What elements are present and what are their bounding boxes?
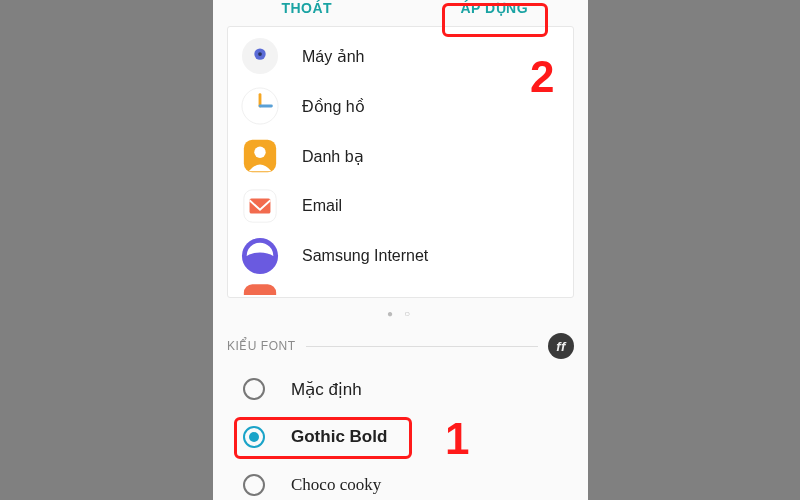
preview-row-partial: [228, 281, 573, 295]
radio-icon: [243, 474, 265, 496]
section-title: KIỂU FONT: [227, 339, 296, 353]
preview-row-camera[interactable]: Máy ảnh: [228, 31, 573, 81]
camera-icon: [240, 36, 280, 76]
app-preview-card: Máy ảnh Đồng hồ Danh bạ Email Samsung In: [227, 26, 574, 298]
preview-row-email[interactable]: Email: [228, 181, 573, 231]
font-label: Choco cooky: [291, 475, 381, 495]
preview-label: Email: [302, 197, 342, 215]
svg-point-5: [254, 147, 265, 158]
phone-screen: THOÁT ÁP DỤNG Máy ảnh Đồng hồ Danh bạ: [213, 0, 588, 500]
clock-icon: [240, 86, 280, 126]
svg-rect-7: [250, 198, 271, 213]
apply-button[interactable]: ÁP DỤNG: [401, 0, 589, 16]
preview-label: Máy ảnh: [302, 47, 364, 66]
font-label: Mặc định: [291, 379, 362, 400]
radio-icon-selected: [243, 426, 265, 448]
contacts-icon: [240, 136, 280, 176]
preview-label: Samsung Internet: [302, 247, 428, 265]
cancel-button[interactable]: THOÁT: [213, 0, 401, 16]
font-option-choco-cooky[interactable]: Choco cooky: [213, 461, 588, 500]
page-indicator: ● ○: [213, 304, 588, 327]
email-icon: [240, 186, 280, 226]
svg-point-2: [258, 52, 262, 56]
font-option-gothic-bold[interactable]: Gothic Bold: [213, 413, 588, 461]
section-header-font: KIỂU FONT ff: [213, 327, 588, 363]
preview-row-contacts[interactable]: Danh bạ: [228, 131, 573, 181]
font-option-default[interactable]: Mặc định: [213, 365, 588, 413]
font-list: Mặc định Gothic Bold Choco cooky: [213, 363, 588, 500]
font-flip-icon[interactable]: ff: [548, 333, 574, 359]
divider: [306, 346, 539, 347]
internet-icon: [240, 236, 280, 276]
radio-icon: [243, 378, 265, 400]
font-label: Gothic Bold: [291, 427, 387, 447]
preview-row-internet[interactable]: Samsung Internet: [228, 231, 573, 281]
preview-row-clock[interactable]: Đồng hồ: [228, 81, 573, 131]
preview-label: Danh bạ: [302, 147, 364, 166]
partial-icon: [240, 281, 280, 295]
preview-label: Đồng hồ: [302, 97, 365, 116]
svg-rect-9: [244, 284, 276, 295]
top-bar: THOÁT ÁP DỤNG: [213, 0, 588, 16]
